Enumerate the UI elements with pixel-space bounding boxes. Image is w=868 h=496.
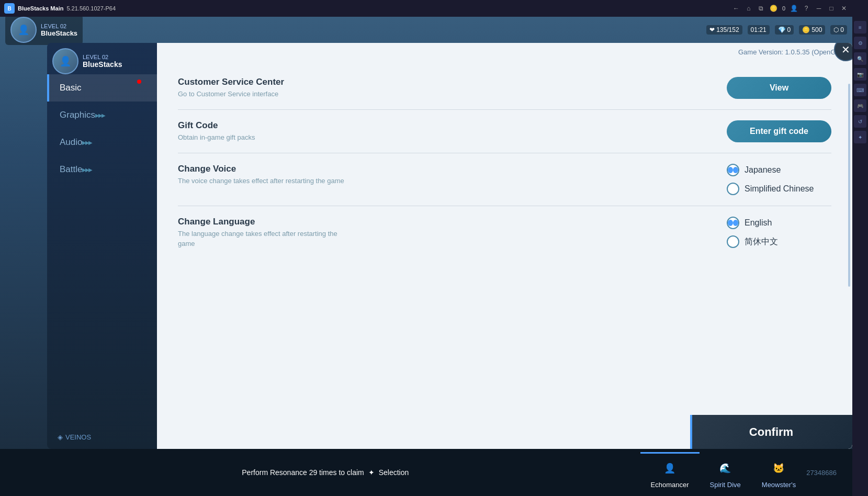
voice-simplified-chinese-label: Simplified Chinese <box>745 184 814 194</box>
change-voice-section: Change Voice The voice change takes effe… <box>178 153 831 206</box>
language-simplified-chinese-label: 简休中文 <box>745 236 778 247</box>
voice-japanese-label: Japanese <box>745 165 781 175</box>
gem-icon: ⬡ <box>833 26 839 33</box>
maximize-button[interactable]: □ <box>827 4 836 13</box>
nav-item-battle[interactable]: Battle ▶▶▶ <box>47 156 157 183</box>
settings-nav: 👤 LEVEL 02 BlueStacks Basic Graphics ▶▶▶… <box>47 43 157 449</box>
language-simplified-chinese-option[interactable]: 简休中文 <box>727 235 831 248</box>
gift-code-desc: Obtain in-game gift packs <box>178 133 255 142</box>
nav-profile: 👤 LEVEL 02 BlueStacks <box>52 48 122 74</box>
change-voice-desc: The voice change takes effect after rest… <box>178 176 344 186</box>
enter-gift-code-button[interactable]: Enter gift code <box>727 120 831 142</box>
customer-service-row: Customer Service Center Go to Customer S… <box>178 77 831 99</box>
gift-code-info: Gift Code Obtain in-game gift packs <box>178 120 255 142</box>
close-window-button[interactable]: ✕ <box>840 4 848 13</box>
voice-simplified-chinese-option[interactable]: Simplified Chinese <box>727 183 831 195</box>
scroll-indicator <box>848 84 850 287</box>
titlebar-controls: ← ⌂ ⧉ 🪙 0 👤 ? ─ □ ✕ <box>732 4 848 13</box>
voice-japanese-radio[interactable] <box>727 164 739 176</box>
player-name: BlueStacks <box>41 29 77 37</box>
player-avatar: 👤 <box>10 17 37 43</box>
spirit-dive-label: Spirit Dive <box>710 481 741 489</box>
change-language-row: Change Language The language change take… <box>178 217 831 248</box>
change-language-control: English 简休中文 <box>716 217 831 248</box>
char-echomancer[interactable]: 👤 Echomancer <box>640 452 700 493</box>
meowsters-label: Meowster's <box>762 481 796 489</box>
nav-item-audio[interactable]: Audio ▶▶▶ <box>47 129 157 156</box>
char-meowsters[interactable]: 🐱 Meowster's <box>751 452 806 493</box>
voice-simplified-chinese-radio[interactable] <box>727 183 739 195</box>
currency3-display: ⬡ 0 <box>830 25 847 35</box>
coin-icon: 🪙 <box>770 4 778 13</box>
nav-item-battle-label: Battle <box>60 164 82 175</box>
view-button[interactable]: View <box>727 77 831 99</box>
confirm-label: Confirm <box>749 425 793 439</box>
customer-service-desc: Go to Customer Service interface <box>178 89 284 99</box>
nav-item-basic-label: Basic <box>60 83 82 93</box>
selection-label: Selection <box>379 468 409 477</box>
notification-text: Perform Resonance 29 times to claim <box>242 468 364 477</box>
nav-arrows-battle: ▶▶▶ <box>82 167 92 173</box>
sidebar-icon-7[interactable]: ↺ <box>854 115 866 128</box>
nav-arrows-graphics: ▶▶▶ <box>95 112 105 118</box>
minimize-button[interactable]: ─ <box>815 4 823 13</box>
heart-icon: ❤ <box>709 26 715 33</box>
change-voice-title: Change Voice <box>178 164 344 174</box>
language-english-label: English <box>745 218 772 228</box>
gift-code-section: Gift Code Obtain in-game gift packs Ente… <box>178 110 831 153</box>
language-english-radio[interactable] <box>727 217 739 229</box>
nav-item-graphics[interactable]: Graphics ▶▶▶ <box>47 102 157 129</box>
change-language-section: Change Language The language change take… <box>178 206 831 258</box>
customer-service-section: Customer Service Center Go to Customer S… <box>178 66 831 110</box>
bottom-notification: Perform Resonance 29 times to claim ✦ Se… <box>10 468 640 477</box>
nav-level-label: LEVEL 02 <box>83 54 122 60</box>
language-simplified-chinese-radio[interactable] <box>727 235 739 248</box>
version-label: Game Version: 1.0.5.35 (OpenGL) <box>738 48 842 56</box>
veinos-icon: ◈ <box>58 433 63 441</box>
nav-profile-info: LEVEL 02 BlueStacks <box>83 54 122 69</box>
confirm-bar-accent <box>690 415 692 449</box>
sidebar-icon-4[interactable]: 📷 <box>854 68 866 81</box>
sidebar-icon-2[interactable]: ⚙ <box>854 37 866 49</box>
bottom-bar: Perform Resonance 29 times to claim ✦ Se… <box>0 449 852 496</box>
settings-overlay: 👤 LEVEL 02 BlueStacks Basic Graphics ▶▶▶… <box>47 43 852 449</box>
nav-arrows-audio: ▶▶▶ <box>82 140 92 145</box>
meowsters-avatar: 🐱 <box>768 458 789 479</box>
titlebar: B BlueStacks Main 5.21.560.1027-P64 ← ⌂ … <box>0 0 852 17</box>
currency1-display: 💎 0 <box>775 25 794 35</box>
change-language-desc: The language change takes effect after r… <box>178 229 345 248</box>
nav-avatar: 👤 <box>52 48 78 74</box>
sidebar-icon-3[interactable]: 🔍 <box>854 52 866 65</box>
hp-display: ❤ 135/152 <box>706 25 742 35</box>
titlebar-app-name: BlueStacks Main <box>18 5 63 12</box>
player-level-label: LEVEL 02 <box>41 23 77 29</box>
nav-back-button[interactable]: ← <box>732 4 740 13</box>
nav-username: BlueStacks <box>83 60 122 69</box>
char-spirit-dive[interactable]: 🌊 Spirit Dive <box>700 452 751 493</box>
sidebar-icon-5[interactable]: ⌨ <box>854 84 866 96</box>
help-icon[interactable]: ? <box>802 4 810 13</box>
sidebar-icon-1[interactable]: ≡ <box>854 21 866 33</box>
user-icon[interactable]: 👤 <box>790 4 798 13</box>
gift-code-title: Gift Code <box>178 120 255 131</box>
echomancer-avatar: 👤 <box>659 458 680 479</box>
session-id: 27348686 <box>806 469 842 477</box>
sidebar-icon-6[interactable]: 🎮 <box>854 99 866 112</box>
confirm-button[interactable]: Confirm <box>690 415 852 449</box>
resonance-icon: ✦ <box>368 468 375 477</box>
crystal-icon: 💎 <box>778 26 786 33</box>
sidebar-icon-8[interactable]: ✦ <box>854 131 866 143</box>
player-info: 👤 LEVEL 02 BlueStacks <box>5 15 83 45</box>
game-hud: ❤ 135/152 01:21 💎 0 🪙 500 ⬡ 0 <box>706 25 847 35</box>
nav-tab-button[interactable]: ⧉ <box>757 4 765 13</box>
coin-game-icon: 🪙 <box>802 26 810 33</box>
nav-home-button[interactable]: ⌂ <box>745 4 753 13</box>
change-voice-row: Change Voice The voice change takes effe… <box>178 164 831 195</box>
change-voice-info: Change Voice The voice change takes effe… <box>178 164 344 186</box>
language-english-option[interactable]: English <box>727 217 831 229</box>
voice-japanese-option[interactable]: Japanese <box>727 164 831 176</box>
veinos-logo: ◈ VEINOS <box>47 425 157 449</box>
settings-main: ✕ Game Version: 1.0.5.35 (OpenGL) Custom… <box>157 43 852 449</box>
nav-item-basic[interactable]: Basic <box>47 74 157 102</box>
right-sidebar: ≡ ⚙ 🔍 📷 ⌨ 🎮 ↺ ✦ <box>852 0 868 496</box>
